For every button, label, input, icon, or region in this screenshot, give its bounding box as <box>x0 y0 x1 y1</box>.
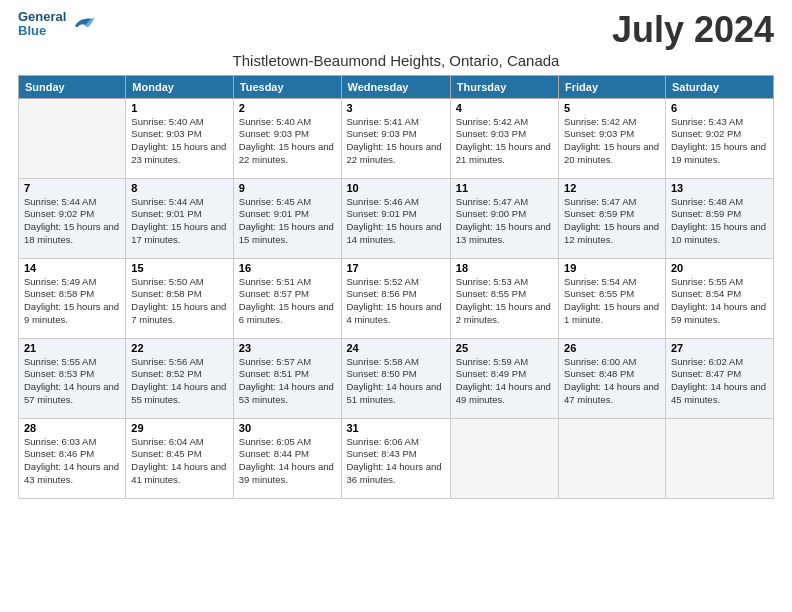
day-detail: Sunrise: 5:52 AMSunset: 8:56 PMDaylight:… <box>347 276 445 327</box>
calendar-day-cell: 30Sunrise: 6:05 AMSunset: 8:44 PMDayligh… <box>233 418 341 498</box>
day-number: 6 <box>671 102 768 114</box>
day-number: 13 <box>671 182 768 194</box>
day-detail: Sunrise: 5:43 AMSunset: 9:02 PMDaylight:… <box>671 116 768 167</box>
calendar-header-sunday: Sunday <box>19 75 126 98</box>
calendar-day-cell: 20Sunrise: 5:55 AMSunset: 8:54 PMDayligh… <box>665 258 773 338</box>
calendar-day-cell: 14Sunrise: 5:49 AMSunset: 8:58 PMDayligh… <box>19 258 126 338</box>
calendar-day-cell: 28Sunrise: 6:03 AMSunset: 8:46 PMDayligh… <box>19 418 126 498</box>
calendar-week-row: 1Sunrise: 5:40 AMSunset: 9:03 PMDaylight… <box>19 98 774 178</box>
calendar-day-cell: 9Sunrise: 5:45 AMSunset: 9:01 PMDaylight… <box>233 178 341 258</box>
day-number: 5 <box>564 102 660 114</box>
day-number: 7 <box>24 182 120 194</box>
logo-icon <box>68 10 96 38</box>
calendar-day-cell: 6Sunrise: 5:43 AMSunset: 9:02 PMDaylight… <box>665 98 773 178</box>
day-detail: Sunrise: 5:48 AMSunset: 8:59 PMDaylight:… <box>671 196 768 247</box>
title-block: July 2024 <box>612 10 774 50</box>
calendar-day-cell: 25Sunrise: 5:59 AMSunset: 8:49 PMDayligh… <box>450 338 558 418</box>
calendar-day-cell: 1Sunrise: 5:40 AMSunset: 9:03 PMDaylight… <box>126 98 233 178</box>
day-number: 29 <box>131 422 227 434</box>
calendar-day-cell: 11Sunrise: 5:47 AMSunset: 9:00 PMDayligh… <box>450 178 558 258</box>
calendar-day-cell: 2Sunrise: 5:40 AMSunset: 9:03 PMDaylight… <box>233 98 341 178</box>
day-number: 22 <box>131 342 227 354</box>
day-detail: Sunrise: 5:53 AMSunset: 8:55 PMDaylight:… <box>456 276 553 327</box>
calendar-day-cell <box>450 418 558 498</box>
calendar-day-cell <box>19 98 126 178</box>
calendar-day-cell: 31Sunrise: 6:06 AMSunset: 8:43 PMDayligh… <box>341 418 450 498</box>
calendar-week-row: 28Sunrise: 6:03 AMSunset: 8:46 PMDayligh… <box>19 418 774 498</box>
day-detail: Sunrise: 5:47 AMSunset: 8:59 PMDaylight:… <box>564 196 660 247</box>
calendar: SundayMondayTuesdayWednesdayThursdayFrid… <box>18 75 774 499</box>
day-number: 10 <box>347 182 445 194</box>
calendar-day-cell: 4Sunrise: 5:42 AMSunset: 9:03 PMDaylight… <box>450 98 558 178</box>
day-number: 24 <box>347 342 445 354</box>
day-number: 26 <box>564 342 660 354</box>
calendar-day-cell: 15Sunrise: 5:50 AMSunset: 8:58 PMDayligh… <box>126 258 233 338</box>
day-detail: Sunrise: 5:40 AMSunset: 9:03 PMDaylight:… <box>131 116 227 167</box>
main-title: July 2024 <box>612 10 774 50</box>
calendar-day-cell: 3Sunrise: 5:41 AMSunset: 9:03 PMDaylight… <box>341 98 450 178</box>
calendar-day-cell: 16Sunrise: 5:51 AMSunset: 8:57 PMDayligh… <box>233 258 341 338</box>
calendar-day-cell: 21Sunrise: 5:55 AMSunset: 8:53 PMDayligh… <box>19 338 126 418</box>
day-number: 25 <box>456 342 553 354</box>
day-detail: Sunrise: 5:54 AMSunset: 8:55 PMDaylight:… <box>564 276 660 327</box>
day-detail: Sunrise: 5:41 AMSunset: 9:03 PMDaylight:… <box>347 116 445 167</box>
day-number: 21 <box>24 342 120 354</box>
calendar-day-cell: 17Sunrise: 5:52 AMSunset: 8:56 PMDayligh… <box>341 258 450 338</box>
subtitle: Thistletown-Beaumond Heights, Ontario, C… <box>18 52 774 69</box>
day-number: 30 <box>239 422 336 434</box>
day-number: 3 <box>347 102 445 114</box>
calendar-header-monday: Monday <box>126 75 233 98</box>
logo: GeneralBlue <box>18 10 96 39</box>
day-detail: Sunrise: 5:42 AMSunset: 9:03 PMDaylight:… <box>564 116 660 167</box>
day-detail: Sunrise: 5:47 AMSunset: 9:00 PMDaylight:… <box>456 196 553 247</box>
calendar-day-cell: 24Sunrise: 5:58 AMSunset: 8:50 PMDayligh… <box>341 338 450 418</box>
day-detail: Sunrise: 5:40 AMSunset: 9:03 PMDaylight:… <box>239 116 336 167</box>
calendar-header-wednesday: Wednesday <box>341 75 450 98</box>
calendar-week-row: 7Sunrise: 5:44 AMSunset: 9:02 PMDaylight… <box>19 178 774 258</box>
day-detail: Sunrise: 5:46 AMSunset: 9:01 PMDaylight:… <box>347 196 445 247</box>
day-detail: Sunrise: 6:02 AMSunset: 8:47 PMDaylight:… <box>671 356 768 407</box>
day-number: 9 <box>239 182 336 194</box>
day-detail: Sunrise: 5:59 AMSunset: 8:49 PMDaylight:… <box>456 356 553 407</box>
day-detail: Sunrise: 5:56 AMSunset: 8:52 PMDaylight:… <box>131 356 227 407</box>
calendar-week-row: 14Sunrise: 5:49 AMSunset: 8:58 PMDayligh… <box>19 258 774 338</box>
day-number: 2 <box>239 102 336 114</box>
day-detail: Sunrise: 5:55 AMSunset: 8:53 PMDaylight:… <box>24 356 120 407</box>
calendar-header-friday: Friday <box>559 75 666 98</box>
day-number: 18 <box>456 262 553 274</box>
day-number: 23 <box>239 342 336 354</box>
day-number: 31 <box>347 422 445 434</box>
day-number: 14 <box>24 262 120 274</box>
calendar-header-row: SundayMondayTuesdayWednesdayThursdayFrid… <box>19 75 774 98</box>
day-detail: Sunrise: 6:05 AMSunset: 8:44 PMDaylight:… <box>239 436 336 487</box>
day-detail: Sunrise: 6:06 AMSunset: 8:43 PMDaylight:… <box>347 436 445 487</box>
calendar-day-cell: 29Sunrise: 6:04 AMSunset: 8:45 PMDayligh… <box>126 418 233 498</box>
day-number: 19 <box>564 262 660 274</box>
calendar-day-cell: 27Sunrise: 6:02 AMSunset: 8:47 PMDayligh… <box>665 338 773 418</box>
day-detail: Sunrise: 5:45 AMSunset: 9:01 PMDaylight:… <box>239 196 336 247</box>
day-number: 27 <box>671 342 768 354</box>
day-detail: Sunrise: 5:44 AMSunset: 9:01 PMDaylight:… <box>131 196 227 247</box>
page: GeneralBlue July 2024 Thistletown-Beaumo… <box>0 0 792 509</box>
calendar-day-cell <box>665 418 773 498</box>
day-detail: Sunrise: 5:42 AMSunset: 9:03 PMDaylight:… <box>456 116 553 167</box>
calendar-header-tuesday: Tuesday <box>233 75 341 98</box>
header: GeneralBlue July 2024 <box>18 10 774 50</box>
calendar-week-row: 21Sunrise: 5:55 AMSunset: 8:53 PMDayligh… <box>19 338 774 418</box>
day-number: 28 <box>24 422 120 434</box>
calendar-day-cell: 23Sunrise: 5:57 AMSunset: 8:51 PMDayligh… <box>233 338 341 418</box>
calendar-day-cell <box>559 418 666 498</box>
day-detail: Sunrise: 5:57 AMSunset: 8:51 PMDaylight:… <box>239 356 336 407</box>
day-number: 15 <box>131 262 227 274</box>
day-number: 8 <box>131 182 227 194</box>
day-number: 17 <box>347 262 445 274</box>
day-number: 1 <box>131 102 227 114</box>
calendar-day-cell: 7Sunrise: 5:44 AMSunset: 9:02 PMDaylight… <box>19 178 126 258</box>
day-detail: Sunrise: 6:04 AMSunset: 8:45 PMDaylight:… <box>131 436 227 487</box>
calendar-header-saturday: Saturday <box>665 75 773 98</box>
day-detail: Sunrise: 5:58 AMSunset: 8:50 PMDaylight:… <box>347 356 445 407</box>
day-number: 16 <box>239 262 336 274</box>
calendar-day-cell: 10Sunrise: 5:46 AMSunset: 9:01 PMDayligh… <box>341 178 450 258</box>
day-detail: Sunrise: 5:44 AMSunset: 9:02 PMDaylight:… <box>24 196 120 247</box>
calendar-day-cell: 19Sunrise: 5:54 AMSunset: 8:55 PMDayligh… <box>559 258 666 338</box>
